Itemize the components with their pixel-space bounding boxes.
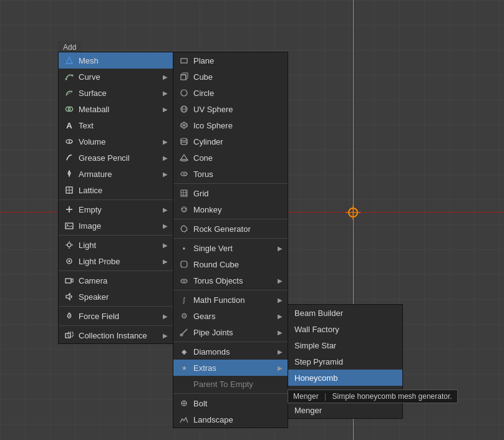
menu-item-honeycomb[interactable]: Honeycomb xyxy=(288,370,402,386)
math-function-arrow: ▶ xyxy=(278,297,283,304)
svg-rect-16 xyxy=(65,223,73,229)
menu-item-cylinder[interactable]: Cylinder xyxy=(173,133,288,150)
menu-item-menger[interactable]: Menger xyxy=(288,402,402,418)
menu-item-gears[interactable]: ⚙ Gears ▶ xyxy=(173,308,288,324)
menu-item-lattice[interactable]: Lattice xyxy=(59,182,173,198)
menu-item-single-vert[interactable]: ● Single Vert ▶ xyxy=(173,240,288,256)
add-menu-level1: Mesh Curve ▶ Surface ▶ xyxy=(58,52,173,344)
menu-item-torus[interactable]: Torus xyxy=(173,166,288,182)
uv-sphere-label: UV Sphere xyxy=(193,105,233,114)
menu-item-curve[interactable]: Curve ▶ xyxy=(59,69,173,85)
rock-generator-icon xyxy=(178,224,190,233)
plane-label: Plane xyxy=(193,56,214,65)
menu-item-plane[interactable]: Plane xyxy=(173,52,288,69)
menu-item-speaker[interactable]: Speaker xyxy=(59,289,173,305)
volume-icon xyxy=(64,137,75,146)
menu-item-landscape[interactable]: Landscape xyxy=(173,411,288,428)
cylinder-label: Cylinder xyxy=(193,137,223,146)
round-cube-label: Round Cube xyxy=(193,260,239,269)
gears-arrow: ▶ xyxy=(278,313,283,320)
sep-l2-6 xyxy=(173,393,288,394)
armature-arrow: ▶ xyxy=(163,171,168,178)
extras-label: Extras xyxy=(193,363,216,373)
menu-item-rock-generator[interactable]: Rock Generator xyxy=(173,221,288,237)
bolt-icon xyxy=(178,399,190,408)
svg-point-61 xyxy=(181,279,187,283)
menu-item-extras[interactable]: ★ Extras ▶ xyxy=(173,360,288,376)
menu-item-cone[interactable]: Cone xyxy=(173,150,288,166)
svg-point-49 xyxy=(181,172,187,176)
menu-item-uv-sphere[interactable]: UV Sphere xyxy=(173,101,288,117)
plane-icon xyxy=(178,56,190,65)
menu-item-step-pyramid[interactable]: Step Pyramid xyxy=(288,353,402,370)
image-icon xyxy=(64,221,75,230)
menu-item-bolt[interactable]: Bolt xyxy=(173,395,288,411)
menu-item-grease-pencil[interactable]: Grease Pencil ▶ xyxy=(59,150,173,166)
camera-icon xyxy=(64,276,75,285)
svg-point-2 xyxy=(65,79,67,80)
grid-icon xyxy=(178,189,190,198)
menu-item-armature[interactable]: Armature ▶ xyxy=(59,166,173,182)
empty-label: Empty xyxy=(79,205,102,214)
menu-item-grid[interactable]: Grid xyxy=(173,185,288,201)
menu-item-collection-instance[interactable]: Collection Instance ▶ xyxy=(59,327,173,343)
light-icon xyxy=(64,241,75,249)
surface-icon xyxy=(64,88,75,97)
menu-item-wall-factory[interactable]: Wall Factory xyxy=(288,321,402,337)
svg-point-58 xyxy=(185,208,186,209)
menu-item-simple-star[interactable]: Simple Star xyxy=(288,337,402,353)
menu-item-volume[interactable]: Volume ▶ xyxy=(59,133,173,150)
menu-item-light[interactable]: Light ▶ xyxy=(59,237,173,253)
menu-item-pipe-joints[interactable]: Pipe Joints ▶ xyxy=(173,324,288,340)
svg-rect-32 xyxy=(181,75,186,80)
torus-icon xyxy=(178,170,190,178)
menu-item-cube[interactable]: Cube xyxy=(173,69,288,85)
menu-item-ico-sphere[interactable]: Ico Sphere xyxy=(173,117,288,133)
tooltip-item-name: Menger xyxy=(293,392,319,401)
svg-marker-59 xyxy=(181,226,187,232)
curve-icon xyxy=(64,72,75,81)
cone-label: Cone xyxy=(193,153,213,163)
torus-objects-label: Torus Objects xyxy=(193,276,243,285)
separator-5 xyxy=(59,325,173,326)
landscape-icon xyxy=(178,415,190,424)
honeycomb-label: Honeycomb xyxy=(294,373,337,383)
menu-item-math-function[interactable]: ∫ Math Function ▶ xyxy=(173,292,288,308)
menu-item-empty[interactable]: Empty ▶ xyxy=(59,201,173,218)
menu-item-image[interactable]: Image ▶ xyxy=(59,218,173,234)
torus-objects-icon xyxy=(178,276,190,285)
curve-arrow: ▶ xyxy=(163,74,168,80)
volume-label: Volume xyxy=(79,137,105,146)
menu-item-parent-to-empty[interactable]: Parent To Empty xyxy=(173,376,288,392)
diamonds-icon: ◆ xyxy=(178,348,190,356)
menu-item-force-field[interactable]: Force Field ▶ xyxy=(59,308,173,324)
menu-item-text[interactable]: A Text xyxy=(59,117,173,133)
menu-item-metaball[interactable]: Metaball ▶ xyxy=(59,101,173,117)
gears-label: Gears xyxy=(193,312,215,321)
menu-item-torus-objects[interactable]: Torus Objects ▶ xyxy=(173,272,288,289)
menu-item-mesh[interactable]: Mesh xyxy=(59,52,173,69)
uv-sphere-icon xyxy=(178,105,190,113)
text-label: Text xyxy=(79,121,94,130)
speaker-icon xyxy=(64,292,75,301)
svg-point-35 xyxy=(181,90,187,96)
menu-item-round-cube[interactable]: Round Cube xyxy=(173,256,288,272)
menu-item-diamonds[interactable]: ◆ Diamonds ▶ xyxy=(173,343,288,360)
image-arrow: ▶ xyxy=(163,222,168,229)
menu-item-monkey[interactable]: Monkey xyxy=(173,201,288,218)
cube-icon xyxy=(178,72,190,81)
extras-icon: ★ xyxy=(178,365,190,371)
diamonds-arrow: ▶ xyxy=(278,348,283,355)
sep-l2-4 xyxy=(173,290,288,290)
menu-item-camera[interactable]: Camera xyxy=(59,272,173,289)
3d-cursor xyxy=(348,208,358,218)
menu-item-light-probe[interactable]: Light Probe ▶ xyxy=(59,253,173,269)
collection-instance-arrow: ▶ xyxy=(163,332,168,339)
separator-2 xyxy=(59,235,173,236)
menu-item-surface[interactable]: Surface ▶ xyxy=(59,85,173,101)
menu-item-circle[interactable]: Circle xyxy=(173,85,288,101)
menu-item-beam-builder[interactable]: Beam Builder xyxy=(288,305,402,321)
force-field-arrow: ▶ xyxy=(163,313,168,320)
round-cube-icon xyxy=(178,260,190,269)
cube-label: Cube xyxy=(193,72,213,82)
